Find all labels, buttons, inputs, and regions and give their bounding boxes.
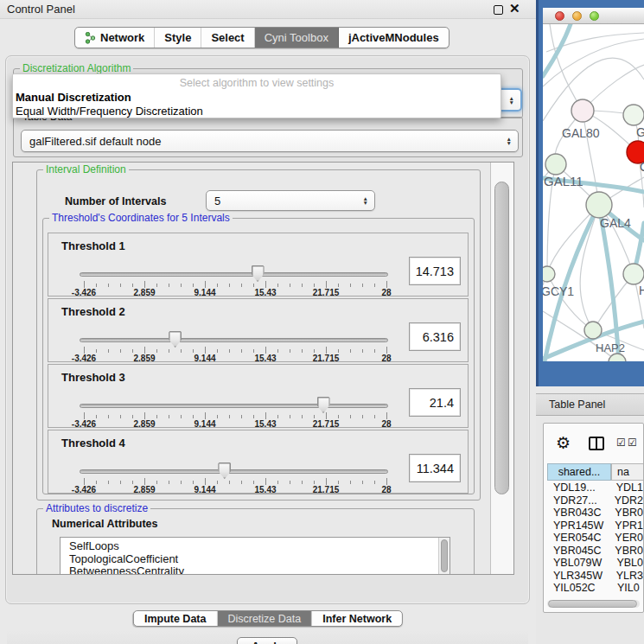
tick-mark <box>169 349 169 353</box>
table-row[interactable]: YBR045CYBR0 <box>547 545 643 558</box>
shared-name-cell[interactable]: YBL079W <box>547 557 610 570</box>
zoom-traffic-light[interactable] <box>590 11 599 21</box>
name-cell[interactable]: YER0 <box>609 532 643 545</box>
shared-name-cell[interactable]: YER054C <box>547 532 609 545</box>
name-cell[interactable]: YBL0 <box>610 557 643 570</box>
tick-mark <box>374 349 375 353</box>
attribute-list-item[interactable]: SelfLoops <box>61 540 450 553</box>
table-row[interactable]: YDR27...YDR2 <box>547 494 643 507</box>
threshold-slider-track[interactable] <box>80 272 388 277</box>
network-node[interactable] <box>623 105 644 125</box>
column-header-name[interactable]: na <box>611 463 644 481</box>
name-cell[interactable]: YDR2 <box>609 494 643 507</box>
table-hscrollbar-thumb[interactable] <box>548 600 637 608</box>
minimize-traffic-light[interactable] <box>572 11 582 21</box>
shared-name-cell[interactable]: YBR043C <box>547 507 609 520</box>
tick-mark <box>277 415 278 418</box>
attribute-list-item[interactable]: BetweennessCentrality <box>61 565 450 575</box>
tick-mark <box>120 349 121 353</box>
network-window-titlebar[interactable] <box>543 8 644 24</box>
name-cell[interactable]: YLR3 <box>610 570 643 583</box>
threshold-slider-track[interactable] <box>80 404 388 408</box>
settings-vertical-scrollbar[interactable] <box>490 163 513 574</box>
float-window-icon[interactable] <box>494 5 503 15</box>
threshold-slider-track[interactable] <box>80 338 388 342</box>
dropdown-option-equal-width-frequency[interactable]: Equal Width/Frequency Discretization <box>16 105 203 118</box>
name-cell[interactable]: YDL1 <box>610 481 643 494</box>
shared-name-cell[interactable]: YBR045C <box>547 545 609 558</box>
number-of-intervals-combobox[interactable]: 5 ▲▼ <box>206 190 375 211</box>
table-row[interactable]: YPR145WYPR1 <box>547 520 643 532</box>
name-cell[interactable]: YIL0 <box>611 582 640 595</box>
threshold-slider-handle[interactable] <box>218 462 231 479</box>
tab-jactivemnodules[interactable]: jActiveMNodules <box>339 28 449 48</box>
settings-scrollbar-thumb[interactable] <box>494 182 509 494</box>
network-thick-edge[interactable] <box>543 24 571 76</box>
threshold-value-field[interactable]: 6.316 <box>409 322 461 351</box>
network-node[interactable] <box>571 99 594 122</box>
tab-network[interactable]: Network <box>75 28 155 48</box>
table-data-combobox[interactable]: galFiltered.sif default node ▲▼ <box>21 130 519 152</box>
tick-mark <box>132 349 133 353</box>
table-row[interactable]: YLR345WYLR3 <box>547 570 643 583</box>
table-horizontal-scrollbar[interactable] <box>547 600 640 608</box>
threshold-value-field[interactable]: 14.713 <box>409 257 461 285</box>
close-traffic-light[interactable] <box>555 11 564 21</box>
shared-name-cell[interactable]: YDL19... <box>547 481 610 494</box>
dropdown-option-manual-discretization[interactable]: Manual Discretization <box>16 91 131 104</box>
tick-mark <box>229 415 230 418</box>
threshold-slider-handle[interactable] <box>252 265 265 282</box>
tab-cyni-toolbox[interactable]: Cyni Toolbox <box>255 28 339 48</box>
name-cell[interactable]: YBR0 <box>609 545 643 558</box>
tick-label: -3.426 <box>72 419 96 429</box>
numerical-attributes-list[interactable]: SelfLoopsTopologicalCoefficientBetweenne… <box>60 537 450 575</box>
network-edge[interactable] <box>583 111 599 205</box>
tick-mark <box>120 415 121 418</box>
network-canvas[interactable]: GAL80GACGAL11GAL4GCY1HHAP2 <box>543 24 644 361</box>
network-node[interactable] <box>543 266 555 282</box>
checkbox-icon[interactable]: ☑ <box>616 437 626 449</box>
threshold-slider-track[interactable] <box>80 469 388 474</box>
name-cell[interactable]: YPR1 <box>609 520 643 532</box>
attributes-list-scrollbar-thumb[interactable] <box>441 539 448 572</box>
close-icon[interactable]: ✕ <box>509 1 520 16</box>
shared-name-cell[interactable]: YPR145W <box>547 520 609 532</box>
tick-mark <box>386 347 387 354</box>
apply-button[interactable]: Apply <box>237 637 297 644</box>
tick-mark <box>265 281 266 288</box>
checkbox-icon[interactable]: ☑ <box>628 437 637 449</box>
tab-select[interactable]: Select <box>201 28 254 48</box>
attribute-list-item[interactable]: TopologicalCoefficient <box>61 553 450 566</box>
table-row[interactable]: YBL079WYBL0 <box>547 557 643 570</box>
table-row[interactable]: YIL052CYIL0 <box>547 582 643 595</box>
gear-icon[interactable]: ⚙ <box>556 435 571 452</box>
table-row[interactable]: YBR043CYBR0 <box>547 507 643 520</box>
column-header-shared-name[interactable]: shared... <box>547 463 611 481</box>
network-node[interactable] <box>586 192 612 218</box>
tick-mark <box>181 284 182 287</box>
network-node[interactable] <box>584 322 602 339</box>
shared-name-cell[interactable]: YIL052C <box>547 582 611 595</box>
tab-impute-data[interactable]: Impute Data <box>134 611 218 626</box>
threshold-slider-handle[interactable] <box>169 331 182 348</box>
table-rows: YDL19...YDL1YDR27...YDR2YBR043CYBR0YPR14… <box>547 481 643 595</box>
tick-mark <box>120 284 121 287</box>
tab-infer-network[interactable]: Infer Network <box>312 611 402 626</box>
table-row[interactable]: YER054CYER0 <box>547 532 643 545</box>
attributes-list-scrollbar[interactable] <box>438 538 450 575</box>
network-node[interactable] <box>545 154 566 175</box>
shared-name-cell[interactable]: YDR27... <box>547 494 609 507</box>
name-cell[interactable]: YBR0 <box>609 507 643 520</box>
threshold-value-field[interactable]: 21.4 <box>409 388 461 417</box>
shared-name-cell[interactable]: YLR345W <box>547 570 610 583</box>
tab-discretize-data[interactable]: Discretize Data <box>217 611 312 626</box>
threshold-value-field[interactable]: 11.344 <box>409 454 461 482</box>
tab-style[interactable]: Style <box>155 28 201 48</box>
split-view-icon[interactable] <box>589 437 604 450</box>
table-row[interactable]: YDL19...YDL1 <box>547 481 643 494</box>
network-node[interactable] <box>609 354 626 361</box>
network-node[interactable] <box>623 264 644 284</box>
threshold-slider-handle[interactable] <box>317 397 330 413</box>
tick-mark <box>386 478 387 485</box>
network-node-label: GAL80 <box>562 126 600 140</box>
